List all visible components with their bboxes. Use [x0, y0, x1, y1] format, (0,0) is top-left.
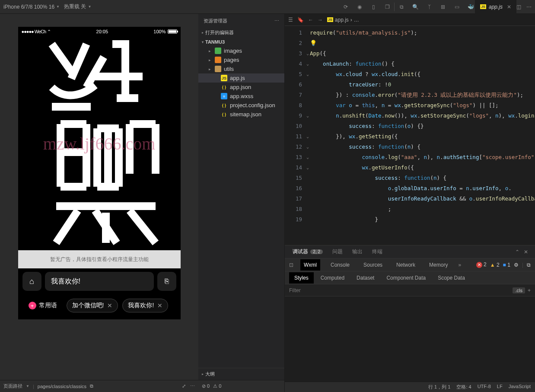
folder-item[interactable]: ▸pages: [198, 55, 284, 64]
filter-input[interactable]: [289, 287, 510, 293]
list-icon[interactable]: ☰: [288, 17, 293, 23]
bookmark-icon[interactable]: 🔖: [297, 17, 304, 23]
encoding[interactable]: UTF-8: [478, 384, 491, 390]
more-icon[interactable]: ⋯: [190, 383, 195, 389]
chevron-up-icon[interactable]: ⌃: [515, 249, 519, 255]
styles-tab-computed[interactable]: Computed: [315, 272, 350, 284]
code-line[interactable]: App({: [310, 48, 535, 59]
code-line[interactable]: traceUser: !0: [310, 80, 535, 90]
code-line[interactable]: }) : console.error("请使用 2.2.3 或以上的基础库以使用…: [310, 90, 535, 100]
file-item[interactable]: ≡app.wxss: [198, 92, 284, 101]
copy-icon[interactable]: ⧉: [90, 383, 93, 389]
forward-icon[interactable]: →: [318, 17, 323, 23]
tab-problems[interactable]: 问题: [331, 245, 344, 258]
files-icon[interactable]: ⧉: [397, 4, 406, 10]
chevron-down-icon[interactable]: ▼: [26, 384, 29, 388]
dock-icon[interactable]: ⧉: [527, 262, 531, 268]
docker-icon[interactable]: 🐳: [466, 4, 475, 10]
cursor-pos[interactable]: 行 1，列 1: [428, 384, 450, 390]
refresh-icon[interactable]: ⟳: [341, 4, 350, 10]
code-line[interactable]: 💡: [310, 38, 535, 48]
code-line[interactable]: ;: [310, 204, 535, 214]
file-item[interactable]: { }project.config.json: [198, 101, 284, 110]
file-item[interactable]: { }app.json: [198, 83, 284, 92]
inspect-icon[interactable]: ⊡: [289, 262, 293, 268]
close-icon[interactable]: ✕: [524, 249, 528, 255]
code-line[interactable]: var o = this, n = wx.getStorageSync("log…: [310, 100, 535, 111]
reload-dropdown[interactable]: 热重载 关 ▼: [64, 3, 91, 10]
windows-icon[interactable]: ❐: [383, 4, 392, 10]
project-section[interactable]: ▾ TANMU3: [198, 38, 284, 46]
warn-count[interactable]: ▲ 2: [490, 262, 500, 268]
language[interactable]: JavaScript: [509, 384, 531, 390]
code-line[interactable]: success: function(o) {}: [310, 121, 535, 131]
file-item[interactable]: JSapp.js: [198, 73, 284, 83]
styles-tab-scope[interactable]: Scope Data: [433, 272, 470, 284]
code-line[interactable]: require("utils/mta_analysis.js");: [310, 28, 535, 38]
more-icon[interactable]: ⋯: [526, 4, 532, 10]
tab-debugger[interactable]: 调试器 2, 2: [292, 245, 324, 259]
content-area[interactable]: mzw.ljf666.com: [18, 36, 181, 250]
outline-section[interactable]: ▸ 大纲: [198, 368, 284, 380]
branch-icon[interactable]: ᛉ: [425, 4, 433, 10]
styles-tab-styles[interactable]: Styles: [289, 272, 314, 284]
code-line[interactable]: }), wx.getSetting({: [310, 131, 535, 142]
subtab-wxml[interactable]: Wxml: [300, 259, 320, 271]
code-line[interactable]: success: function(n) {: [310, 173, 535, 183]
subtab-console[interactable]: Console: [327, 259, 353, 271]
spaces[interactable]: 空格: 4: [456, 384, 471, 390]
record-icon[interactable]: ◉: [355, 4, 364, 10]
home-button[interactable]: ⌂: [22, 272, 41, 291]
code-editor[interactable]: ⌄⌄⌄⌄⌄⌄⌄⌄ 12345678910111213141516171819 r…: [285, 26, 535, 245]
info-count[interactable]: ■ 1: [503, 262, 510, 268]
close-icon[interactable]: ✕: [107, 302, 112, 309]
subtab-sources[interactable]: Sources: [360, 259, 386, 271]
subtab-memory[interactable]: Memory: [426, 259, 451, 271]
device-icon[interactable]: ▯: [369, 4, 378, 10]
split-icon[interactable]: ◫: [516, 4, 521, 10]
warning-indicator[interactable]: ⚠ 0: [213, 383, 221, 389]
page-path[interactable]: pages/classics/classics: [38, 384, 86, 389]
editor-tab[interactable]: JS app.js ✕: [475, 0, 516, 14]
styles-tab-dataset[interactable]: Dataset: [351, 272, 379, 284]
close-icon[interactable]: ✕: [507, 4, 511, 10]
more-icon[interactable]: ⋯: [274, 18, 279, 24]
ext-icon[interactable]: ⊞: [439, 4, 447, 10]
chip-like[interactable]: 我喜欢你! ✕: [122, 299, 168, 312]
tab-terminal[interactable]: 终端: [371, 245, 383, 258]
device-dropdown[interactable]: iPhone 6/7/8 100% 16 ▼: [3, 4, 60, 10]
code-line[interactable]: wx.getUserInfo({: [310, 163, 535, 173]
code-line[interactable]: }: [310, 214, 535, 225]
tab-output[interactable]: 输出: [351, 245, 363, 258]
code-line[interactable]: o.globalData.userInfo = n.userInfo, o.: [310, 183, 535, 194]
file-item[interactable]: { }sitemap.json: [198, 110, 284, 119]
eol[interactable]: LF: [497, 384, 503, 390]
subtab-network[interactable]: Network: [393, 259, 419, 271]
code-line[interactable]: n.unshift(Date.now()), wx.setStorageSync…: [310, 111, 535, 121]
code-line[interactable]: wx.cloud ? wx.cloud.init({: [310, 69, 535, 80]
breadcrumb[interactable]: JS app.js › …: [327, 17, 359, 23]
more-tabs-icon[interactable]: »: [458, 262, 461, 268]
code-line[interactable]: onLaunch: function() {: [310, 59, 535, 69]
open-editors-section[interactable]: ▸ 打开的编辑器: [198, 28, 284, 38]
code-line[interactable]: userInfoReadyCallback && o.userInfoReady…: [310, 194, 535, 204]
code-line[interactable]: success: function(n) {: [310, 142, 535, 152]
code-line[interactable]: console.log("aaa", n), n.authSetting["sc…: [310, 152, 535, 163]
error-indicator[interactable]: ⊘ 0: [202, 383, 210, 389]
close-icon[interactable]: ✕: [157, 302, 162, 309]
plus-icon[interactable]: +: [528, 287, 531, 293]
error-count[interactable]: ✕ 2: [476, 261, 487, 268]
chip-common[interactable]: + 常用语: [23, 299, 62, 312]
chip-wechat[interactable]: 加个微信吧! ✕: [67, 299, 118, 312]
folder-item[interactable]: ▸utils: [198, 64, 284, 73]
text-input[interactable]: 我喜欢你!: [45, 272, 154, 291]
gear-icon[interactable]: ⚙: [514, 262, 519, 268]
send-button[interactable]: ⎘: [157, 272, 176, 291]
back-icon[interactable]: ←: [308, 17, 313, 23]
zoom-icon[interactable]: ⤢: [182, 383, 186, 389]
cls-button[interactable]: .cls: [513, 287, 525, 293]
search-icon[interactable]: 🔍: [411, 4, 420, 10]
debug-icon[interactable]: ▭: [452, 4, 461, 10]
styles-tab-component[interactable]: Component Data: [381, 272, 431, 284]
folder-item[interactable]: ▸images: [198, 46, 284, 55]
